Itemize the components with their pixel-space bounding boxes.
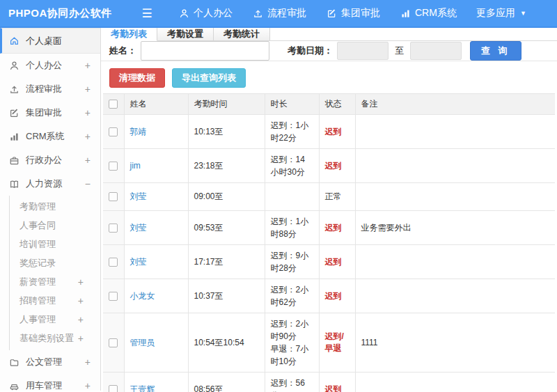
user-icon bbox=[8, 60, 19, 71]
cell-status: 正常 bbox=[319, 183, 355, 211]
sidebar-item[interactable]: 个人办公+ bbox=[0, 54, 100, 77]
row-checkbox[interactable] bbox=[109, 162, 118, 171]
sidebar-item[interactable]: 集团审批+ bbox=[0, 101, 100, 125]
sidebar-subitem[interactable]: 薪资管理+ bbox=[10, 272, 100, 291]
row-checkbox[interactable] bbox=[109, 192, 118, 201]
status-badge: 正常 bbox=[325, 191, 342, 201]
sidebar-item[interactable]: 用车管理+ bbox=[0, 374, 100, 391]
cell-status: 迟到 bbox=[319, 149, 355, 183]
topbar-item[interactable]: CRM系统 bbox=[400, 7, 457, 19]
sidebar-subitem-label: 招聘管理 bbox=[19, 295, 78, 307]
expand-plus-icon[interactable]: + bbox=[78, 276, 85, 288]
cell-time: 09:00至 bbox=[188, 183, 265, 211]
expand-plus-icon[interactable]: + bbox=[85, 60, 92, 71]
row-checkbox[interactable] bbox=[109, 338, 118, 347]
date-from-input[interactable] bbox=[337, 42, 389, 60]
employee-name-link[interactable]: 郭靖 bbox=[130, 127, 147, 136]
cell-status: 迟到 bbox=[319, 245, 355, 279]
expand-plus-icon[interactable]: + bbox=[85, 131, 92, 142]
employee-name-link[interactable]: jim bbox=[130, 161, 141, 171]
car-icon bbox=[8, 380, 19, 391]
topbar-item[interactable]: 集团审批 bbox=[326, 7, 380, 19]
sidebar-subitem[interactable]: 考勤管理 bbox=[10, 197, 100, 216]
sidebar-item[interactable]: 公文管理+ bbox=[0, 350, 100, 374]
expand-plus-icon[interactable]: + bbox=[85, 380, 92, 391]
cell-time: 08:56至 bbox=[188, 373, 265, 392]
col-header-duration: 时长 bbox=[265, 94, 319, 115]
col-header-note: 备注 bbox=[355, 94, 555, 115]
expand-plus-icon[interactable]: + bbox=[78, 333, 85, 344]
row-checkbox[interactable] bbox=[109, 127, 118, 136]
folder-icon bbox=[8, 356, 19, 368]
sidebar-item-label: CRM系统 bbox=[26, 130, 85, 143]
table-row: 管理员10:54至10:54迟到：2小时90分早退：7小时10分迟到/早退111… bbox=[103, 313, 555, 373]
export-list-button[interactable]: 导出查询列表 bbox=[172, 68, 246, 88]
expand-plus-icon[interactable]: + bbox=[78, 295, 85, 306]
duration-line: 迟到：56分 bbox=[271, 377, 313, 392]
name-label: 姓名： bbox=[109, 45, 136, 57]
tabbar: 考勤列表 考勤设置 考勤统计 bbox=[101, 28, 557, 41]
sidebar-subitem[interactable]: 人事管理+ bbox=[10, 310, 100, 329]
sidebar-item[interactable]: 人力资源− bbox=[0, 172, 100, 196]
select-all-checkbox[interactable] bbox=[109, 100, 118, 109]
expand-plus-icon[interactable]: + bbox=[85, 107, 92, 118]
sidebar-item[interactable]: CRM系统+ bbox=[0, 125, 100, 148]
clean-data-button[interactable]: 清理数据 bbox=[109, 68, 165, 88]
tab-attendance-stats[interactable]: 考勤统计 bbox=[214, 28, 270, 41]
cell-name: jim bbox=[124, 149, 188, 183]
sidebar-item[interactable]: 行政办公+ bbox=[0, 148, 100, 172]
table-row: 刘莹17:17至迟到：9小时28分迟到 bbox=[103, 245, 555, 279]
status-badge: 迟到 bbox=[325, 127, 342, 136]
sidebar-subitem[interactable]: 招聘管理+ bbox=[10, 291, 100, 310]
row-checkbox[interactable] bbox=[109, 292, 118, 301]
row-checkbox-cell bbox=[103, 211, 124, 245]
topbar-item-label: 更多应用 bbox=[476, 7, 515, 19]
employee-name-link[interactable]: 刘莹 bbox=[130, 223, 147, 233]
sidebar-item[interactable]: 流程审批+ bbox=[0, 77, 100, 101]
name-input[interactable] bbox=[141, 41, 269, 61]
home-icon bbox=[8, 36, 19, 47]
sidebar-item[interactable]: 个人桌面 bbox=[0, 28, 100, 54]
cell-name: 小龙女 bbox=[124, 279, 188, 313]
expand-plus-icon[interactable]: + bbox=[78, 314, 85, 325]
expand-plus-icon[interactable]: + bbox=[85, 155, 92, 166]
row-checkbox[interactable] bbox=[109, 258, 118, 267]
row-checkbox[interactable] bbox=[109, 385, 118, 392]
employee-name-link[interactable]: 小龙女 bbox=[130, 291, 155, 301]
employee-name-link[interactable]: 刘莹 bbox=[130, 257, 147, 267]
cell-status: 迟到 bbox=[319, 279, 355, 313]
menu-toggle-icon[interactable]: ☰ bbox=[138, 6, 156, 21]
sidebar-subitem[interactable]: 人事合同 bbox=[10, 216, 100, 235]
topbar-item[interactable]: 流程审批 bbox=[252, 7, 306, 19]
topbar-item[interactable]: 更多应用▼ bbox=[476, 7, 526, 19]
employee-name-link[interactable]: 刘莹 bbox=[130, 191, 147, 201]
employee-name-link[interactable]: 王壹辉 bbox=[130, 384, 155, 392]
expand-plus-icon[interactable]: + bbox=[85, 356, 92, 368]
sidebar-subitem[interactable]: 基础类别设置+ bbox=[10, 329, 100, 347]
row-checkbox-cell bbox=[103, 313, 124, 373]
duration-line: 迟到：1小时22分 bbox=[271, 119, 313, 144]
filter-bar: 姓名： 考勤日期： 至 查 询 bbox=[101, 41, 557, 61]
search-button[interactable]: 查 询 bbox=[470, 41, 521, 61]
cell-name: 王壹辉 bbox=[124, 373, 188, 392]
flow-icon bbox=[252, 8, 263, 19]
collapse-minus-icon[interactable]: − bbox=[85, 178, 92, 189]
cell-name: 管理员 bbox=[124, 313, 188, 373]
cell-name: 郭靖 bbox=[124, 115, 188, 149]
tab-attendance-settings[interactable]: 考勤设置 bbox=[157, 28, 214, 41]
table-row: 小龙女10:37至迟到：2小时62分迟到 bbox=[103, 279, 555, 313]
tab-attendance-list[interactable]: 考勤列表 bbox=[101, 28, 157, 41]
sidebar-subitem[interactable]: 培训管理 bbox=[10, 235, 100, 253]
sidebar-subitem[interactable]: 奖惩记录 bbox=[10, 253, 100, 272]
flow-icon bbox=[8, 84, 19, 95]
table-row: 王壹辉08:56至迟到：56分迟到 bbox=[103, 373, 555, 392]
status-badge: 迟到/早退 bbox=[325, 331, 344, 353]
expand-plus-icon[interactable]: + bbox=[85, 84, 92, 95]
table-row: 刘莹09:53至迟到：1小时88分迟到业务需要外出 bbox=[103, 211, 555, 245]
row-checkbox[interactable] bbox=[109, 224, 118, 233]
table-row: jim23:18至迟到：14小时30分迟到 bbox=[103, 149, 555, 183]
employee-name-link[interactable]: 管理员 bbox=[130, 338, 155, 347]
row-checkbox-cell bbox=[103, 149, 124, 183]
topbar-item[interactable]: 个人办公 bbox=[178, 7, 233, 19]
date-to-input[interactable] bbox=[410, 42, 462, 60]
